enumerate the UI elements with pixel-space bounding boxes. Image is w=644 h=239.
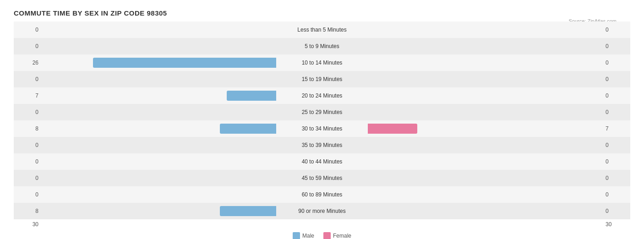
row-label: 35 to 39 Minutes <box>276 142 368 148</box>
male-value: 7 <box>14 92 41 99</box>
female-bar-area <box>368 24 603 36</box>
female-bar-area <box>368 106 603 118</box>
male-value: 0 <box>14 76 41 82</box>
row-label: 25 to 29 Minutes <box>276 109 368 115</box>
row-label: 10 to 14 Minutes <box>276 60 368 66</box>
female-value: 0 <box>603 43 630 49</box>
male-bar-area <box>41 40 276 52</box>
female-value: 0 <box>603 191 630 198</box>
male-value: 0 <box>14 142 41 148</box>
legend: Male Female <box>14 232 630 239</box>
legend-female-icon <box>323 232 331 239</box>
female-value: 0 <box>603 92 630 99</box>
male-value: 8 <box>14 208 41 214</box>
legend-male-label: Male <box>302 233 314 239</box>
female-value: 0 <box>603 76 630 82</box>
male-bar-area <box>41 189 276 201</box>
female-value: 0 <box>603 158 630 165</box>
row-label: 45 to 59 Minutes <box>276 175 368 181</box>
legend-female: Female <box>323 232 351 239</box>
row-label: 20 to 24 Minutes <box>276 92 368 99</box>
female-value: 0 <box>603 27 630 33</box>
male-value: 0 <box>14 158 41 165</box>
row-label: 30 to 34 Minutes <box>276 125 368 132</box>
female-value: 0 <box>603 109 630 115</box>
male-bar-area <box>41 172 276 184</box>
male-bar-area <box>41 90 276 102</box>
chart-row: 7 20 to 24 Minutes 0 <box>14 87 630 104</box>
chart-row: 0 40 to 44 Minutes 0 <box>14 153 630 170</box>
chart-row: 0 15 to 19 Minutes 0 <box>14 71 630 87</box>
male-value: 0 <box>14 175 41 181</box>
male-value: 26 <box>14 60 41 66</box>
row-label: 60 to 89 Minutes <box>276 191 368 198</box>
legend-female-label: Female <box>333 233 351 239</box>
male-bar <box>220 206 276 216</box>
female-bar-area <box>368 172 603 184</box>
female-bar-area <box>368 90 603 102</box>
female-bar-area <box>368 205 603 217</box>
legend-male: Male <box>293 232 314 239</box>
row-label: 90 or more Minutes <box>276 208 368 214</box>
male-bar-area <box>41 205 276 217</box>
female-value: 0 <box>603 175 630 181</box>
male-bar-area <box>41 156 276 168</box>
male-bar-area <box>41 73 276 85</box>
chart-row: 0 5 to 9 Minutes 0 <box>14 38 630 54</box>
chart-row: 8 90 or more Minutes 0 <box>14 203 630 219</box>
male-bar-area <box>41 123 276 135</box>
row-label: 40 to 44 Minutes <box>276 158 368 165</box>
axis-right-label: 30 <box>603 221 630 228</box>
chart-row: 0 45 to 59 Minutes 0 <box>14 170 630 186</box>
chart-row: 8 30 to 34 Minutes 7 <box>14 120 630 137</box>
male-bar-area <box>41 139 276 151</box>
axis-left-label: 30 <box>14 221 41 228</box>
male-bar <box>220 124 276 134</box>
female-bar-area <box>368 57 603 69</box>
female-bar-area <box>368 139 603 151</box>
axis-row: 30 30 <box>14 221 630 228</box>
chart-row: 0 60 to 89 Minutes 0 <box>14 186 630 203</box>
female-bar-area <box>368 73 603 85</box>
male-bar <box>93 58 276 68</box>
row-label: Less than 5 Minutes <box>276 27 368 33</box>
male-bar-area <box>41 24 276 36</box>
female-bar-area <box>368 40 603 52</box>
male-bar-area <box>41 57 276 69</box>
chart-row: 0 35 to 39 Minutes 0 <box>14 137 630 153</box>
male-value: 0 <box>14 43 41 49</box>
female-bar-area <box>368 156 603 168</box>
chart-area: 0 Less than 5 Minutes 0 0 5 to 9 Minutes… <box>14 22 630 239</box>
legend-male-icon <box>293 232 300 239</box>
female-value: 0 <box>603 208 630 214</box>
female-bar-area <box>368 189 603 201</box>
male-value: 0 <box>14 27 41 33</box>
chart-row: 0 Less than 5 Minutes 0 <box>14 22 630 38</box>
female-bar <box>368 124 417 134</box>
chart-row: 0 25 to 29 Minutes 0 <box>14 104 630 120</box>
chart-row: 26 10 to 14 Minutes 0 <box>14 54 630 71</box>
male-value: 0 <box>14 109 41 115</box>
chart-title: COMMUTE TIME BY SEX IN ZIP CODE 98305 <box>14 9 630 17</box>
female-value: 7 <box>603 125 630 132</box>
female-bar-area <box>368 123 603 135</box>
female-value: 0 <box>603 142 630 148</box>
male-value: 0 <box>14 191 41 198</box>
row-label: 5 to 9 Minutes <box>276 43 368 49</box>
row-label: 15 to 19 Minutes <box>276 76 368 82</box>
female-value: 0 <box>603 60 630 66</box>
male-bar <box>227 91 276 101</box>
male-bar-area <box>41 106 276 118</box>
male-value: 8 <box>14 125 41 132</box>
